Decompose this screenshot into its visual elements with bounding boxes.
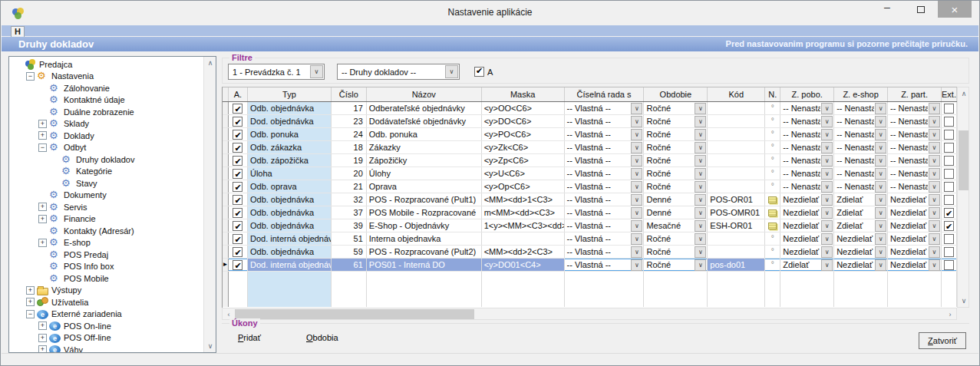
cell-kod[interactable]: pos-do01 — [708, 259, 765, 271]
column-header-ext[interactable]: Ext. — [942, 87, 957, 101]
cell-typ[interactable]: Odb. objednávka — [248, 193, 332, 206]
periods-link[interactable]: Obdobia — [306, 333, 338, 342]
ext-checkbox[interactable] — [944, 234, 954, 244]
chevron-down-icon[interactable]: ∨ — [875, 129, 886, 140]
cell-cislo[interactable]: 21 — [332, 180, 367, 193]
sidebar-item-odbyt[interactable]: −⚙Odbyt — [9, 142, 203, 154]
chevron-down-icon[interactable]: ∨ — [929, 142, 940, 153]
table-row[interactable]: ✔Dod. interná objednávka51Interna objedn… — [223, 232, 957, 246]
sidebar-item-pos-mobile[interactable]: ⚙POS Mobile — [9, 272, 203, 285]
chevron-down-icon[interactable]: ∨ — [695, 194, 706, 206]
sidebar-item-u-vatelia[interactable]: +Užívatelia — [9, 296, 203, 308]
sidebar-item-e-shop[interactable]: +⚙E-shop — [9, 237, 203, 249]
chevron-down-icon[interactable]: ∨ — [695, 142, 706, 153]
cell-nazov[interactable]: Interna objednavka — [367, 232, 482, 245]
ext-checkbox[interactable] — [944, 169, 954, 179]
column-header-n[interactable]: N. — [765, 87, 780, 101]
expand-plus-icon[interactable]: + — [38, 321, 47, 330]
horizontal-scroll-thumb[interactable] — [235, 309, 474, 319]
chevron-down-icon[interactable]: ∨ — [821, 194, 833, 206]
cell-nazov[interactable]: Úlohy — [367, 167, 482, 180]
active-checkbox[interactable]: ✔ — [233, 247, 243, 257]
sidebar-item-extern-zariadenia[interactable]: −eExterné zariadenia — [9, 308, 203, 321]
chevron-down-icon[interactable]: ∨ — [631, 259, 642, 271]
sidebar-item-v-hy[interactable]: +eVáhy — [9, 344, 203, 352]
cell-maska[interactable]: <y>OO<C6> — [482, 102, 565, 114]
cell-nazov[interactable]: Dodávateľské objednávky — [367, 115, 482, 127]
cell-cislo[interactable]: 51 — [332, 232, 367, 245]
ext-checkbox[interactable]: ✔ — [944, 208, 954, 218]
close-button[interactable]: × — [938, 1, 972, 18]
cell-nazov[interactable]: POS - Rozpracované (Pult2) — [367, 246, 482, 258]
chevron-down-icon[interactable]: ∨ — [695, 220, 706, 232]
row-selector[interactable] — [223, 102, 229, 114]
active-checkbox[interactable]: ✔ — [233, 130, 243, 140]
sidebar-item-v-stupy[interactable]: +Výstupy — [9, 285, 203, 297]
table-row[interactable]: ✔Odb. zákazka18Zákazky<y>Zk<C6>-- Vlastn… — [223, 141, 957, 154]
maximize-button[interactable] — [904, 1, 938, 18]
chevron-down-icon[interactable]: ∨ — [821, 155, 833, 167]
chevron-down-icon[interactable]: ∨ — [821, 168, 833, 180]
collapse-minus-icon[interactable]: − — [38, 143, 47, 152]
cell-maska[interactable]: <y>Op<C6> — [482, 180, 565, 193]
ext-checkbox[interactable] — [944, 117, 954, 127]
scroll-down-icon[interactable]: ∨ — [204, 340, 216, 352]
active-checkbox[interactable]: ✔ — [233, 156, 243, 166]
cell-kod[interactable] — [708, 167, 765, 180]
cell-kod[interactable]: POS-OMR01 — [708, 206, 765, 219]
chevron-down-icon[interactable]: ∨ — [929, 103, 940, 114]
sidebar-item-servis[interactable]: +⚙Servis — [9, 201, 203, 213]
chevron-down-icon[interactable]: ∨ — [695, 233, 706, 245]
chevron-down-icon[interactable]: ∨ — [875, 259, 886, 271]
cell-cislo[interactable]: 24 — [332, 128, 367, 140]
cell-cislo[interactable]: 19 — [332, 154, 367, 167]
cell-typ[interactable]: Odb. objednávka — [248, 219, 332, 232]
chevron-down-icon[interactable]: ∨ — [631, 194, 642, 206]
expand-plus-icon[interactable]: + — [38, 215, 47, 223]
active-checkbox[interactable]: ✔ — [233, 260, 243, 270]
column-header-typ[interactable]: Typ — [248, 87, 332, 101]
cell-nazov[interactable]: Oprava — [367, 180, 482, 193]
cell-kod[interactable] — [708, 180, 765, 193]
cell-typ[interactable]: Odb. ponuka — [248, 128, 332, 140]
active-checkbox[interactable]: ✔ — [233, 117, 243, 127]
chevron-down-icon[interactable]: ∨ — [821, 103, 833, 114]
table-row[interactable]: ✔Odb. oprava21Oprava<y>Op<C6>-- Vlastná … — [223, 180, 957, 193]
cell-cislo[interactable]: 17 — [332, 102, 367, 114]
table-row[interactable]: ✔Odb. objednávka59POS - Rozpracované (Pu… — [223, 246, 957, 259]
active-checkbox[interactable]: ✔ — [233, 221, 243, 231]
chevron-down-icon[interactable]: ∨ — [929, 116, 940, 127]
sidebar-item-financie[interactable]: +⚙Financie — [9, 213, 203, 226]
scroll-down-icon[interactable]: ∨ — [958, 295, 970, 307]
chevron-down-icon[interactable]: ∨ — [631, 246, 642, 258]
column-header-cislo[interactable]: Číslo — [332, 87, 367, 101]
vertical-scroll-thumb[interactable] — [959, 130, 968, 190]
cell-cislo[interactable]: 32 — [332, 193, 367, 206]
cell-typ[interactable]: Odb. objednávka — [248, 206, 332, 219]
sidebar-item-z-lohovanie[interactable]: ⚙Zálohovanie — [9, 82, 203, 94]
ext-checkbox[interactable] — [944, 260, 954, 270]
row-selector[interactable] — [223, 206, 229, 219]
cell-maska[interactable]: <MM><dd>1<C3> — [482, 193, 565, 206]
chevron-down-icon[interactable]: ∨ — [875, 181, 886, 193]
active-checkbox[interactable]: ✔ — [233, 143, 243, 153]
tree-scrollbar[interactable]: ∧ ∨ — [203, 57, 216, 352]
tab-h[interactable]: H — [11, 26, 25, 38]
cell-maska[interactable]: <MM><dd>2<C3> — [482, 246, 565, 258]
chevron-down-icon[interactable]: ∨ — [875, 155, 886, 167]
sidebar-item-doklady[interactable]: +⚙Doklady — [9, 130, 203, 142]
cell-nazov[interactable]: Zákazky — [367, 141, 482, 153]
operation-filter-select[interactable]: 1 - Prevádzka č. 1 ∨ — [228, 64, 325, 80]
chevron-down-icon[interactable]: ∨ — [821, 246, 833, 258]
expand-plus-icon[interactable]: + — [38, 203, 47, 211]
sidebar-item-pos-off-line[interactable]: +ePOS Off-line — [9, 332, 203, 345]
row-selector[interactable] — [223, 180, 229, 193]
chevron-down-icon[interactable]: ∨ — [821, 207, 833, 219]
sidebar-item-du-lne-zobrazenie[interactable]: ⚙Duálne zobrazenie — [9, 106, 203, 118]
ext-checkbox[interactable] — [944, 195, 954, 205]
table-row[interactable]: ✔Odb. zápožička19Zápožičky<y>Zp<C6>-- Vl… — [223, 154, 957, 167]
column-header-kod[interactable]: Kód — [708, 87, 765, 101]
chevron-down-icon[interactable]: ∨ — [875, 142, 886, 153]
sidebar-item-kontaktn-daje[interactable]: ⚙Kontaktné údaje — [9, 94, 203, 107]
chevron-down-icon[interactable]: ∨ — [875, 246, 886, 258]
